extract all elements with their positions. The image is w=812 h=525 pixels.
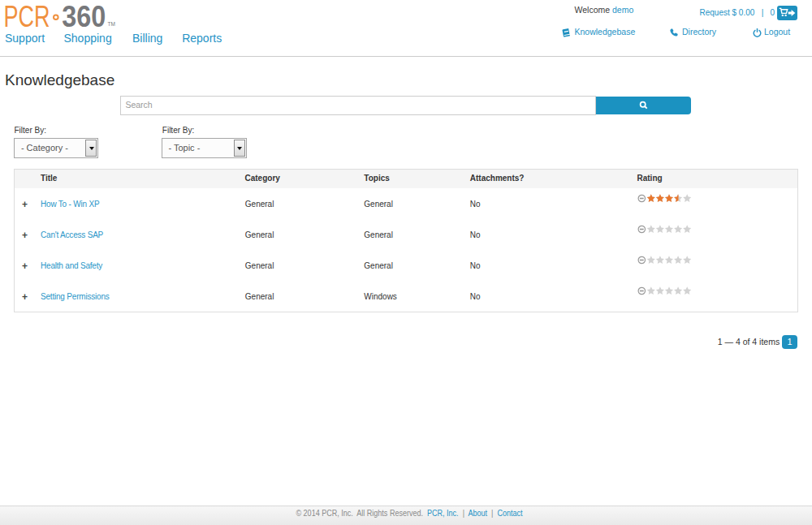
svg-text:360: 360 bbox=[62, 0, 106, 31]
svg-text:PCR: PCR bbox=[4, 0, 50, 31]
svg-text:TM: TM bbox=[108, 21, 115, 27]
